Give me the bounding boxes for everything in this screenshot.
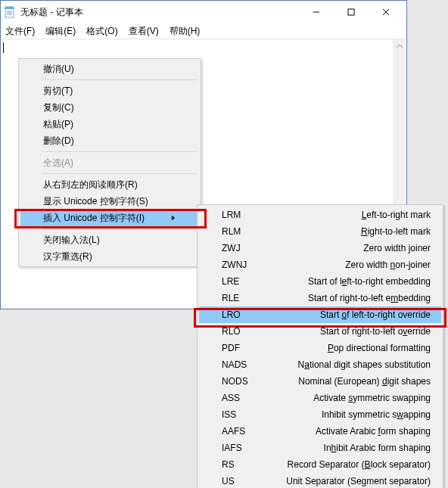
unicode-description: Unit Separator (Segment separator): [286, 476, 431, 486]
submenu-item[interactable]: ISSInhibit symmetric swapping: [199, 406, 441, 423]
unicode-description: Start of left-to-right embedding: [308, 276, 431, 287]
menu-item[interactable]: 汉字重选(R): [20, 248, 199, 265]
menu-item[interactable]: 插入 Unicode 控制字符(I): [20, 210, 199, 226]
window-title: 无标题 - 记事本: [20, 6, 299, 19]
submenu-item[interactable]: ZWNJZero width non-joiner: [199, 256, 441, 273]
unicode-description: National digit shapes substitution: [298, 359, 431, 370]
unicode-description: Zero width non-joiner: [345, 260, 431, 270]
svg-rect-1: [5, 7, 14, 9]
unicode-description: Start of left-to-right override: [320, 309, 431, 320]
unicode-code: IAFS: [222, 443, 242, 453]
minimize-button[interactable]: [299, 1, 334, 23]
menu-format[interactable]: 格式(O): [83, 23, 120, 39]
menu-separator: [42, 79, 198, 80]
unicode-description: Inhibit symmetric swapping: [322, 409, 431, 420]
unicode-description: Inhibit Arabic form shaping: [324, 443, 431, 453]
menu-item-label: 复制(C): [43, 101, 74, 114]
menu-item[interactable]: 粘贴(P): [20, 116, 199, 132]
submenu-item[interactable]: ASSActivate symmetric swapping: [199, 390, 441, 406]
menu-item-label: 剪切(T): [43, 85, 73, 98]
unicode-description: Zero width joiner: [363, 243, 431, 253]
unicode-description: Start of right-to-left embedding: [308, 293, 431, 303]
menu-view[interactable]: 查看(V): [126, 23, 162, 39]
unicode-code: RS: [222, 459, 235, 470]
submenu-item[interactable]: IAFSInhibit Arabic form shaping: [199, 440, 441, 456]
unicode-code: ZWNJ: [222, 260, 247, 270]
menu-item-label: 关闭输入法(L): [43, 234, 100, 247]
svg-rect-6: [348, 9, 354, 15]
submenu-item[interactable]: USUnit Separator (Segment separator): [199, 473, 441, 488]
menu-item-label: 删除(D): [43, 135, 74, 148]
menu-item[interactable]: 撤消(U): [20, 61, 199, 77]
unicode-code: ZWJ: [222, 243, 241, 253]
unicode-code: US: [222, 476, 235, 486]
submenu-item[interactable]: RSRecord Separator (Block separator): [199, 456, 441, 473]
menu-item[interactable]: 复制(C): [20, 99, 199, 116]
submenu-item[interactable]: PDFPop directional formatting: [199, 340, 441, 356]
submenu-item[interactable]: LREStart of left-to-right embedding: [199, 273, 441, 290]
menu-help[interactable]: 帮助(H): [166, 23, 204, 39]
unicode-description: Activate Arabic form shaping: [316, 426, 431, 437]
submenu-item[interactable]: RLOStart of right-to-left override: [199, 323, 441, 340]
notepad-icon: [4, 6, 16, 18]
menu-edit[interactable]: 编辑(E): [42, 23, 79, 39]
submenu-item[interactable]: NADSNational digit shapes substitution: [199, 356, 441, 373]
menu-item-label: 从右到左的阅读顺序(R): [43, 179, 138, 191]
unicode-code: NADS: [222, 359, 247, 370]
menu-separator: [42, 228, 198, 229]
menu-item-label: 粘贴(P): [43, 118, 73, 131]
unicode-description: Right-to-left mark: [361, 226, 431, 237]
unicode-code: LRE: [222, 276, 239, 287]
unicode-code: AAFS: [222, 426, 245, 437]
submenu-arrow-icon: [155, 213, 176, 223]
menu-item[interactable]: 显示 Unicode 控制字符(S): [20, 193, 199, 210]
menu-item[interactable]: 剪切(T): [20, 82, 199, 99]
submenu-item[interactable]: RLMRight-to-left mark: [199, 223, 441, 240]
unicode-description: Nominal (European) digit shapes: [298, 376, 431, 387]
submenu-item[interactable]: RLEStart of right-to-left embedding: [199, 290, 441, 306]
unicode-code: ISS: [222, 409, 236, 420]
menu-item: 全选(A): [20, 154, 199, 171]
unicode-code: PDF: [222, 343, 240, 353]
menubar: 文件(F) 编辑(E) 格式(O) 查看(V) 帮助(H): [1, 23, 406, 39]
unicode-description: Activate symmetric swapping: [313, 393, 431, 403]
menu-item[interactable]: 从右到左的阅读顺序(R): [20, 176, 199, 193]
menu-item[interactable]: 关闭输入法(L): [20, 232, 199, 248]
unicode-code: LRO: [222, 309, 241, 320]
unicode-description: Record Separator (Block separator): [288, 459, 431, 470]
unicode-code: RLO: [222, 326, 241, 337]
context-menu: 撤消(U)剪切(T)复制(C)粘贴(P)删除(D)全选(A)从右到左的阅读顺序(…: [18, 58, 201, 267]
scroll-up-icon[interactable]: [393, 39, 406, 52]
unicode-code: NODS: [222, 376, 248, 387]
submenu-item[interactable]: AAFSActivate Arabic form shaping: [199, 423, 441, 440]
menu-item-label: 插入 Unicode 控制字符(I): [43, 212, 145, 225]
menu-item-label: 全选(A): [43, 157, 73, 169]
submenu-item[interactable]: LRMLeft-to-right mark: [199, 207, 441, 223]
maximize-button[interactable]: [334, 1, 369, 23]
submenu-item[interactable]: LROStart of left-to-right override: [199, 306, 441, 323]
window-buttons: [299, 1, 403, 23]
submenu-item[interactable]: ZWJZero width joiner: [199, 240, 441, 256]
unicode-code: ASS: [222, 393, 240, 403]
unicode-description: Pop directional formatting: [328, 343, 431, 353]
menu-file[interactable]: 文件(F): [2, 23, 38, 39]
unicode-code: RLM: [222, 226, 241, 237]
unicode-submenu: LRMLeft-to-right markRLMRight-to-left ma…: [197, 204, 443, 488]
text-caret: [3, 42, 4, 53]
menu-item[interactable]: 删除(D): [20, 132, 199, 149]
menu-separator: [42, 151, 198, 152]
menu-item-label: 汉字重选(R): [43, 250, 92, 263]
menu-item-label: 撤消(U): [43, 63, 74, 76]
unicode-description: Left-to-right mark: [362, 210, 431, 220]
close-button[interactable]: [369, 1, 403, 23]
menu-item-label: 显示 Unicode 控制字符(S): [43, 195, 148, 208]
submenu-item[interactable]: NODSNominal (European) digit shapes: [199, 373, 441, 390]
unicode-code: RLE: [222, 293, 239, 303]
unicode-description: Start of right-to-left override: [320, 326, 431, 337]
titlebar: 无标题 - 记事本: [1, 1, 406, 23]
unicode-code: LRM: [222, 210, 241, 220]
menu-separator: [42, 173, 198, 174]
